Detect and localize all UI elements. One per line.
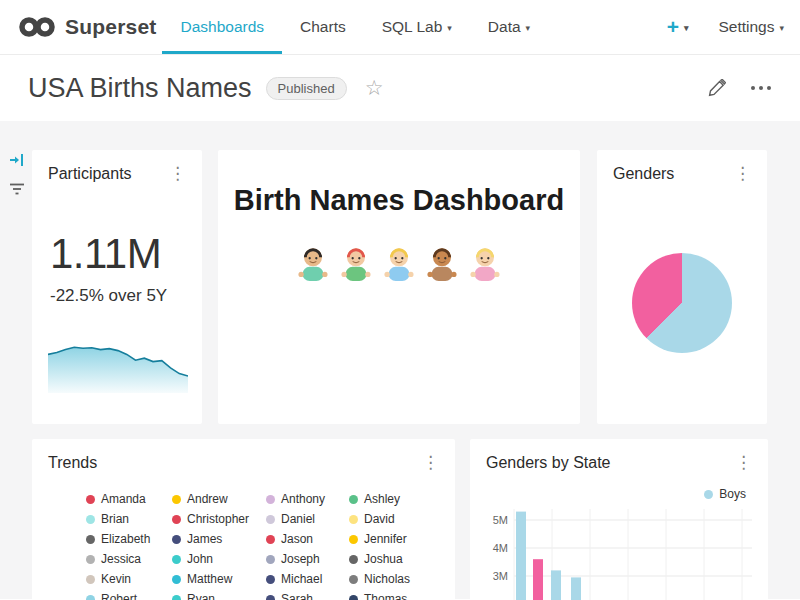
legend-label: James bbox=[187, 532, 222, 546]
markdown-title: Birth Names Dashboard bbox=[218, 184, 580, 217]
filter-icon[interactable] bbox=[9, 181, 25, 201]
chart-options-icon[interactable]: ⋮ bbox=[731, 454, 756, 471]
legend-item[interactable]: Robert bbox=[86, 592, 172, 600]
card-participants: Participants ⋮ 1.11M -22.5% over 5Y bbox=[32, 150, 202, 424]
superset-app: Superset Dashboards Charts SQL Lab▾ Data… bbox=[0, 0, 800, 600]
legend-label: Amanda bbox=[101, 492, 146, 506]
legend-label: Matthew bbox=[187, 572, 232, 586]
legend-dot bbox=[86, 495, 95, 504]
genders-by-state-bar-chart[interactable]: 5M4M3M bbox=[484, 503, 754, 600]
legend-item[interactable]: Thomas bbox=[349, 592, 439, 600]
legend-label: Thomas bbox=[364, 592, 407, 600]
child-figure-icon bbox=[423, 243, 461, 283]
legend-item[interactable]: Daniel bbox=[266, 512, 349, 526]
legend-item-boys[interactable]: Boys bbox=[704, 487, 746, 501]
svg-text:3M: 3M bbox=[493, 570, 508, 582]
settings-menu[interactable]: Settings▾ bbox=[718, 18, 784, 36]
legend-item[interactable]: James bbox=[172, 532, 266, 546]
legend-dot bbox=[86, 575, 95, 584]
legend-label: Jason bbox=[281, 532, 313, 546]
chevron-down-icon: ▾ bbox=[779, 23, 784, 33]
nav-dashboards[interactable]: Dashboards bbox=[162, 0, 282, 54]
favorite-star-icon[interactable]: ☆ bbox=[365, 76, 384, 100]
legend-item[interactable]: Christopher bbox=[172, 512, 266, 526]
legend-item[interactable]: Sarah bbox=[266, 592, 349, 600]
legend-item[interactable]: Elizabeth bbox=[86, 532, 172, 546]
legend-item[interactable]: Andrew bbox=[172, 492, 266, 506]
legend-item[interactable]: John bbox=[172, 552, 266, 566]
svg-text:5M: 5M bbox=[493, 514, 508, 526]
card-genders: Genders ⋮ bbox=[597, 150, 767, 424]
legend-item[interactable]: Anthony bbox=[266, 492, 349, 506]
legend-label: Nicholas bbox=[364, 572, 410, 586]
legend-dot bbox=[172, 495, 181, 504]
legend-label: John bbox=[187, 552, 213, 566]
legend-item[interactable]: David bbox=[349, 512, 439, 526]
chart-options-icon[interactable]: ⋮ bbox=[165, 165, 190, 182]
legend-label: Joshua bbox=[364, 552, 403, 566]
legend-item[interactable]: Nicholas bbox=[349, 572, 439, 586]
legend-dot bbox=[349, 595, 358, 600]
legend-label: Kevin bbox=[101, 572, 131, 586]
nav-items: Dashboards Charts SQL Lab▾ Data▾ bbox=[162, 0, 548, 54]
superset-logo-icon bbox=[16, 16, 58, 38]
dashboard-canvas: Participants ⋮ 1.11M -22.5% over 5Y Birt… bbox=[0, 121, 800, 599]
more-actions-icon[interactable] bbox=[750, 85, 772, 91]
chart-options-icon[interactable]: ⋮ bbox=[418, 454, 443, 471]
legend-item[interactable]: Michael bbox=[266, 572, 349, 586]
legend-dot bbox=[349, 515, 358, 524]
genders-pie-chart[interactable] bbox=[632, 253, 732, 353]
legend-item[interactable]: Ryan bbox=[172, 592, 266, 600]
legend-item[interactable]: Brian bbox=[86, 512, 172, 526]
trendline-chart[interactable] bbox=[48, 336, 188, 393]
new-button[interactable]: +▾ bbox=[667, 15, 689, 39]
legend-dot bbox=[266, 555, 275, 564]
card-markdown: Birth Names Dashboard bbox=[218, 150, 580, 424]
expand-filter-bar-icon[interactable] bbox=[9, 152, 25, 172]
legend-label: Michael bbox=[281, 572, 322, 586]
legend-item[interactable]: Kevin bbox=[86, 572, 172, 586]
legend-dot bbox=[266, 515, 275, 524]
legend-item[interactable]: Ashley bbox=[349, 492, 439, 506]
chevron-down-icon: ▾ bbox=[526, 23, 531, 33]
legend-label: Boys bbox=[719, 487, 746, 501]
child-figure-icon bbox=[294, 243, 332, 283]
legend-item[interactable]: Jennifer bbox=[349, 532, 439, 546]
nav-sql-lab[interactable]: SQL Lab▾ bbox=[364, 0, 470, 54]
legend-dot bbox=[172, 575, 181, 584]
legend-dot bbox=[349, 495, 358, 504]
legend-item[interactable]: Jason bbox=[266, 532, 349, 546]
legend-dot bbox=[172, 555, 181, 564]
child-figure-icon bbox=[380, 243, 418, 283]
svg-text:4M: 4M bbox=[493, 542, 508, 554]
nav-charts[interactable]: Charts bbox=[282, 0, 364, 54]
legend-label: Robert bbox=[101, 592, 137, 600]
child-figure-icon bbox=[466, 243, 504, 283]
legend-label: Joseph bbox=[281, 552, 320, 566]
legend-dot bbox=[266, 575, 275, 584]
legend-item[interactable]: Joshua bbox=[349, 552, 439, 566]
legend-dot bbox=[172, 515, 181, 524]
nav-data[interactable]: Data▾ bbox=[470, 0, 548, 54]
chart-title: Genders by State bbox=[486, 454, 611, 472]
legend-label: Jennifer bbox=[364, 532, 407, 546]
published-badge[interactable]: Published bbox=[266, 77, 347, 100]
brand[interactable]: Superset bbox=[16, 0, 156, 54]
brand-name: Superset bbox=[65, 15, 156, 39]
legend-item[interactable]: Amanda bbox=[86, 492, 172, 506]
legend-label: David bbox=[364, 512, 395, 526]
legend-dot bbox=[86, 595, 95, 600]
child-figure-icon bbox=[337, 243, 375, 283]
legend-item[interactable]: Jessica bbox=[86, 552, 172, 566]
legend-label: Elizabeth bbox=[101, 532, 150, 546]
card-genders-by-state: Genders by State ⋮ Boys 5M4M3M bbox=[470, 439, 768, 600]
edit-icon[interactable] bbox=[708, 79, 726, 97]
legend-dot bbox=[349, 555, 358, 564]
legend-item[interactable]: Joseph bbox=[266, 552, 349, 566]
big-number-value: 1.11M bbox=[50, 230, 161, 278]
chart-options-icon[interactable]: ⋮ bbox=[730, 165, 755, 182]
legend-dot bbox=[172, 595, 181, 600]
big-number-subheader: -22.5% over 5Y bbox=[50, 286, 167, 306]
legend-label: Jessica bbox=[101, 552, 141, 566]
legend-item[interactable]: Matthew bbox=[172, 572, 266, 586]
